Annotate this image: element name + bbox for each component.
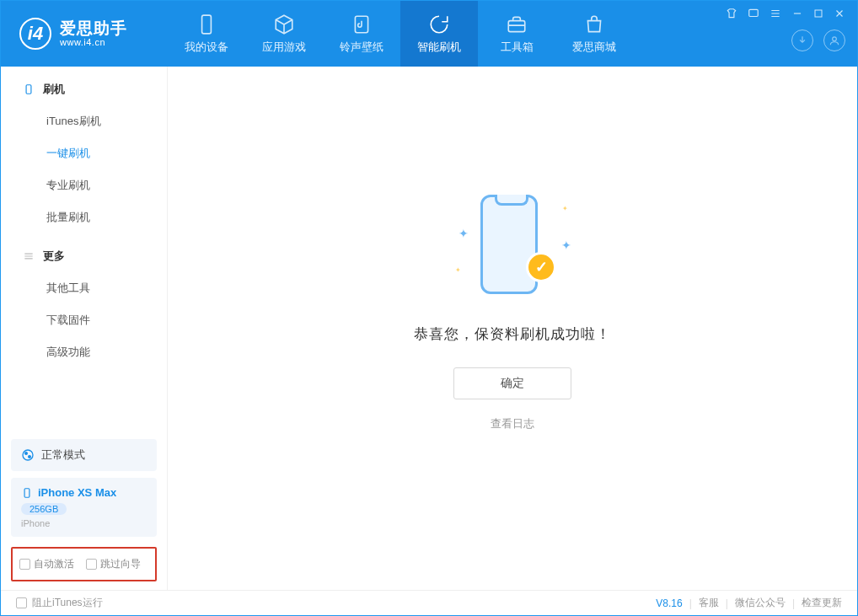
svg-point-8: [25, 453, 28, 455]
top-nav: 我的设备 应用游戏 铃声壁纸 智能刷机 工具箱 爱思商城: [168, 1, 633, 67]
phone-icon: [23, 83, 35, 95]
option-auto-activate[interactable]: 自动激活: [19, 557, 74, 571]
user-controls: [791, 29, 845, 58]
body: 刷机 iTunes刷机 一键刷机 专业刷机 批量刷机 更多 其他工具 下载固件 …: [1, 67, 857, 590]
success-message: 恭喜您，保资料刷机成功啦！: [414, 324, 611, 344]
option-label: 自动激活: [34, 557, 74, 571]
option-label: 跳过向导: [100, 557, 141, 571]
nav-label: 工具箱: [501, 40, 534, 55]
flash-options-highlighted: 自动激活 跳过向导: [11, 547, 157, 581]
status-icon: [21, 448, 35, 462]
device-mode-status[interactable]: 正常模式: [11, 439, 157, 471]
bag-icon: [583, 13, 605, 35]
tshirt-icon[interactable]: [726, 8, 737, 19]
device-type: iPhone: [21, 518, 147, 528]
window-controls: [726, 8, 845, 19]
nav-toolbox[interactable]: 工具箱: [478, 1, 555, 67]
nav-smart-flash[interactable]: 智能刷机: [400, 1, 478, 67]
sidebar-section-flash: 刷机: [1, 67, 167, 105]
menu-icon[interactable]: [770, 8, 781, 19]
nav-ringtone-wallpaper[interactable]: 铃声壁纸: [323, 1, 400, 67]
device-name-row: iPhone XS Max: [21, 486, 147, 499]
sidebar-section-more: 更多: [1, 233, 167, 272]
refresh-shield-icon: [428, 13, 450, 35]
sidebar-item-download-firmware[interactable]: 下载固件: [1, 304, 167, 336]
nav-apps-games[interactable]: 应用游戏: [245, 1, 323, 67]
footer-left: 阻止iTunes运行: [16, 596, 656, 610]
device-info-box[interactable]: iPhone XS Max 256GB iPhone: [11, 478, 157, 537]
checkbox-icon: [19, 559, 30, 570]
sidebar-section-label: 刷机: [43, 82, 65, 97]
list-icon: [23, 250, 35, 262]
main-content: ✦ ✦ ✦ ✦ ✓ 恭喜您，保资料刷机成功啦！ 确定 查看日志: [168, 67, 857, 590]
check-update-link[interactable]: 检查更新: [802, 596, 842, 610]
svg-rect-3: [749, 9, 759, 16]
checkbox-icon: [16, 597, 27, 608]
sidebar-item-other-tools[interactable]: 其他工具: [1, 272, 167, 304]
view-log-link[interactable]: 查看日志: [491, 416, 534, 431]
svg-point-9: [29, 456, 31, 458]
sidebar-item-onekey-flash[interactable]: 一键刷机: [1, 137, 167, 169]
success-illustration: ✦ ✦ ✦ ✦ ✓: [453, 191, 571, 301]
device-name: iPhone XS Max: [38, 486, 116, 499]
confirm-button[interactable]: 确定: [453, 367, 571, 399]
app-name-en: www.i4.cn: [60, 37, 127, 47]
nav-label: 铃声壁纸: [340, 40, 383, 55]
sparkle-icon: ✦: [458, 227, 469, 240]
phone-outline-icon: [480, 195, 538, 294]
device-small-icon: [21, 487, 33, 499]
status-bar: 阻止iTunes运行 V8.16 | 客服 | 微信公众号 | 检查更新: [1, 590, 857, 615]
nav-label: 智能刷机: [417, 40, 461, 55]
svg-rect-0: [202, 15, 212, 34]
download-button[interactable]: [791, 29, 813, 51]
device-icon: [196, 13, 217, 35]
sidebar-item-itunes-flash[interactable]: iTunes刷机: [1, 105, 167, 137]
app-header: i4 爱思助手 www.i4.cn 我的设备 应用游戏 铃声壁纸 智能刷机 工具…: [1, 1, 857, 67]
svg-rect-6: [26, 85, 31, 94]
checkbox-icon: [86, 559, 97, 570]
sidebar-item-advanced[interactable]: 高级功能: [1, 336, 167, 368]
close-button[interactable]: [834, 8, 845, 19]
sparkle-icon: ✦: [561, 238, 571, 252]
footer-right: V8.16 | 客服 | 微信公众号 | 检查更新: [656, 596, 842, 610]
app-logo: i4 爱思助手 www.i4.cn: [1, 18, 168, 50]
check-badge-icon: ✓: [526, 252, 556, 282]
sidebar: 刷机 iTunes刷机 一键刷机 专业刷机 批量刷机 更多 其他工具 下载固件 …: [1, 67, 168, 590]
user-account-button[interactable]: [823, 29, 845, 51]
sparkle-icon: ✦: [455, 266, 461, 274]
nav-store[interactable]: 爱思商城: [555, 1, 633, 67]
nav-label: 爱思商城: [572, 40, 616, 55]
option-skip-guide[interactable]: 跳过向导: [86, 557, 141, 571]
status-mode-label: 正常模式: [41, 447, 85, 463]
sparkle-icon: ✦: [562, 205, 568, 212]
svg-rect-4: [815, 10, 822, 17]
svg-point-7: [23, 450, 33, 460]
music-file-icon: [351, 13, 373, 35]
app-name-cn: 爱思助手: [60, 20, 127, 38]
nav-label: 应用游戏: [262, 40, 306, 55]
toolbox-icon: [506, 13, 528, 35]
logo-icon: i4: [19, 18, 51, 50]
block-itunes-label: 阻止iTunes运行: [32, 596, 103, 610]
sidebar-section-label: 更多: [43, 249, 65, 264]
nav-my-device[interactable]: 我的设备: [168, 1, 245, 67]
svg-rect-2: [508, 20, 525, 31]
sidebar-item-batch-flash[interactable]: 批量刷机: [1, 201, 167, 233]
wechat-link[interactable]: 微信公众号: [735, 596, 786, 610]
header-right: [726, 1, 845, 67]
device-capacity-badge: 256GB: [21, 503, 67, 515]
support-link[interactable]: 客服: [699, 596, 719, 610]
cube-icon: [273, 13, 295, 35]
sidebar-item-pro-flash[interactable]: 专业刷机: [1, 169, 167, 201]
nav-label: 我的设备: [185, 40, 228, 55]
feedback-icon[interactable]: [748, 8, 759, 19]
minimize-button[interactable]: [791, 8, 803, 19]
version-label: V8.16: [656, 597, 682, 609]
maximize-button[interactable]: [813, 8, 823, 19]
block-itunes-checkbox[interactable]: 阻止iTunes运行: [16, 596, 103, 610]
svg-rect-10: [24, 488, 29, 497]
svg-point-5: [833, 37, 837, 41]
logo-text: 爱思助手 www.i4.cn: [60, 20, 127, 48]
